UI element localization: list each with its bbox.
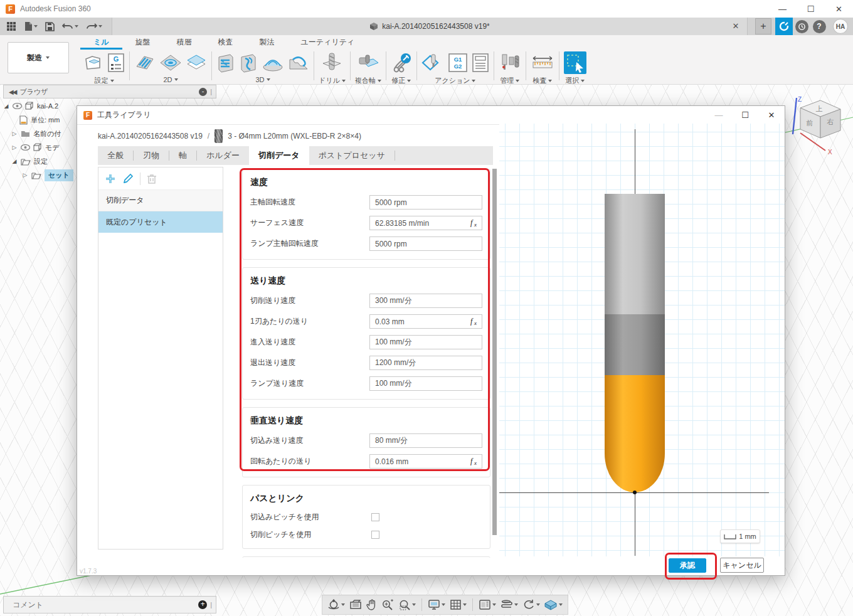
orbit-button[interactable] [327,599,345,610]
dialog-maximize-button[interactable]: ☐ [732,106,758,125]
add-preset-button[interactable] [105,173,116,184]
notifications-button[interactable] [793,18,810,35]
ribbon-tab-turning[interactable]: 旋盤 [122,35,164,50]
plunge-feedrate-input[interactable] [369,433,482,448]
fx-expression-icon[interactable]: fx [469,316,479,326]
ribbon-group-select-menu[interactable]: 選択 [565,76,585,85]
browser-minimize-icon[interactable]: - [199,88,207,96]
new-setup-icon[interactable] [83,53,103,73]
tab-general[interactable]: 全般 [98,146,133,165]
workspace-selector[interactable]: 製造 [8,42,69,73]
measure-icon[interactable] [531,53,554,72]
visual-style-button[interactable] [544,599,563,610]
breadcrumb-tool[interactable]: 3 - Ø4mm L20mm (WXL-EBD-R 2×8×4) [228,132,361,141]
ramp-spindle-speed-input[interactable] [369,236,482,251]
visibility-eye-icon[interactable] [13,103,22,109]
ribbon-tab-additive[interactable]: 積層 [164,35,205,50]
expanded-icon[interactable]: ◢ [3,103,9,109]
preset-item-cutting-data[interactable]: 切削データ [98,190,223,211]
2d-face-icon[interactable] [186,53,207,73]
app-grid-menu-button[interactable] [4,19,19,34]
tab-cutter[interactable]: 刃物 [134,146,169,165]
ramp-feedrate-input[interactable] [369,376,482,391]
ribbon-tab-utilities[interactable]: ユーティリティ [288,35,368,50]
add-comment-icon[interactable]: + [198,600,207,609]
file-menu-button[interactable] [21,19,40,34]
display-settings-button[interactable] [428,599,445,610]
redo-button[interactable] [83,19,105,34]
gcode-list-icon[interactable]: G [107,53,125,73]
ribbon-group-actions-menu[interactable]: アクション [435,76,475,85]
browser-collapse-icon[interactable]: ◀◀ [9,88,16,95]
preset-item-default-preset[interactable]: 既定のプリセット [98,211,223,233]
collapsed-icon[interactable]: ▷ [22,172,28,178]
tool-library-icon[interactable] [499,52,521,73]
help-button[interactable]: ? [810,18,828,35]
cancel-button[interactable]: キャンセル [720,558,764,573]
tab-holder[interactable]: ホルダー [197,146,249,165]
ribbon-group-setup-menu[interactable]: 設定 [95,76,114,85]
browser-panel-header[interactable]: ◀◀ ブラウザ - | [3,85,216,98]
dialog-minimize-button[interactable]: — [706,106,732,125]
viewports-button[interactable] [479,599,496,610]
ribbon-group-multiaxis-menu[interactable]: 複合軸 [355,76,381,85]
ribbon-tab-mill[interactable]: ミル [80,35,122,50]
window-minimize-button[interactable]: — [768,0,797,18]
3d-pocket-icon[interactable] [239,52,258,73]
drill-icon[interactable] [321,52,342,73]
expanded-icon[interactable]: ◢ [11,158,18,164]
window-close-button[interactable]: ✕ [825,0,853,18]
3d-ramp-icon[interactable] [288,53,309,73]
ribbon-group-modify-menu[interactable]: 修正 [391,76,411,85]
tab-post-processor[interactable]: ポストプロセッサ [309,146,395,165]
post-process-icon[interactable]: G1G2 [448,53,468,73]
3d-contour-icon[interactable] [262,53,284,72]
surface-speed-input[interactable] [369,216,482,230]
edit-preset-button[interactable] [122,173,134,184]
scrollbar-thumb[interactable] [492,169,497,535]
undo-button[interactable] [60,19,81,34]
comment-resize-handle[interactable]: | [210,601,212,608]
2d-pocket-icon[interactable] [159,53,182,73]
3d-adaptive-icon[interactable] [216,52,235,73]
grid-settings-button[interactable] [450,599,467,610]
dialog-close-button[interactable]: ✕ [758,106,785,125]
user-avatar[interactable]: HA [833,19,848,34]
setup-sheet-icon[interactable] [472,53,489,73]
feed-per-revolution-input[interactable] [369,454,482,469]
collapsed-icon[interactable]: ▷ [11,144,18,151]
dialog-title-bar[interactable]: F 工具ライブラリ — ☐ ✕ [77,106,785,125]
tab-shaft[interactable]: 軸 [169,146,196,165]
feed-per-tooth-input[interactable] [369,314,482,329]
pan-button[interactable] [366,599,377,610]
2d-adaptive-icon[interactable] [134,53,156,73]
ribbon-group-drill-menu[interactable]: ドリル [319,76,346,85]
document-tab[interactable]: kai-A.20140205162443508 v19* ✕ [112,18,748,35]
comment-bar[interactable]: コメント + | [3,596,216,613]
cutting-feedrate-input[interactable] [369,294,482,308]
use-stepover-checkbox[interactable] [371,531,379,539]
collapsed-icon[interactable]: ▷ [11,130,18,137]
tab-cutting-data[interactable]: 切削データ [249,146,309,165]
look-at-button[interactable] [349,599,362,610]
tool-preview-viewport[interactable]: 1 mm [499,124,785,556]
fx-expression-icon[interactable]: fx [469,218,479,228]
accept-button[interactable]: 承認 [669,558,706,573]
visibility-eye-icon[interactable] [21,144,30,151]
multiaxis-icon[interactable] [357,53,379,73]
document-tab-close-icon[interactable]: ✕ [729,20,742,33]
job-status-button[interactable] [775,18,793,35]
lead-in-feedrate-input[interactable] [369,335,482,349]
ribbon-tab-inspection[interactable]: 検査 [205,35,246,50]
ribbon-group-2d-menu[interactable]: 2D [163,76,177,83]
window-maximize-button[interactable]: ☐ [797,0,825,18]
section-layers-button[interactable] [501,599,518,610]
ribbon-tab-fabrication[interactable]: 製法 [246,35,288,50]
browser-resize-handle[interactable]: | [210,88,212,95]
ribbon-group-manage-menu[interactable]: 管理 [500,76,519,85]
zoom-window-button[interactable] [398,599,416,610]
simulate-icon[interactable] [421,52,444,73]
spindle-speed-input[interactable] [369,195,482,210]
modify-icon[interactable] [391,52,412,73]
ribbon-group-inspect-menu[interactable]: 検査 [532,76,552,85]
